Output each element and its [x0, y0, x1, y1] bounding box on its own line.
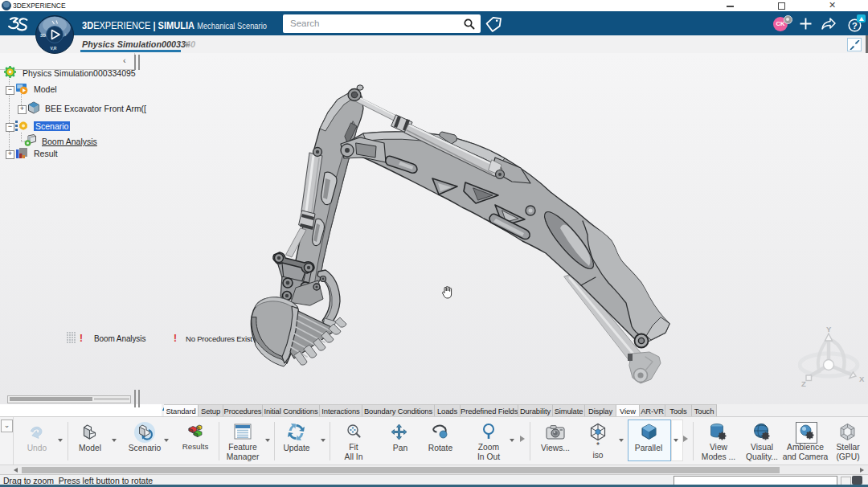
svg-text:3D: 3D — [40, 33, 46, 38]
svg-text:V,R: V,R — [51, 46, 57, 51]
svg-text:i: i — [65, 32, 66, 37]
